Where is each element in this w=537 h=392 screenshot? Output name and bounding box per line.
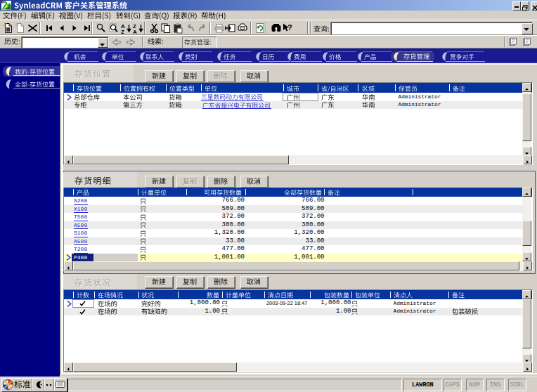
svg-text:Z: Z [121, 29, 124, 34]
svg-text:A: A [133, 29, 137, 34]
svg-text:?: ? [287, 23, 292, 32]
